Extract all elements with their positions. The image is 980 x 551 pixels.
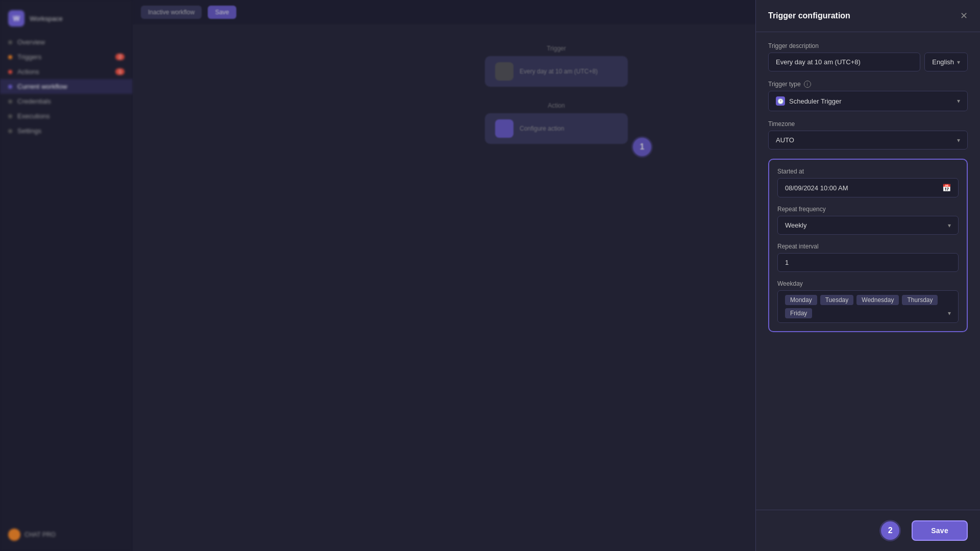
sidebar-title: Workspace bbox=[30, 15, 63, 22]
description-row: Every day at 10 am (UTC+8) English ▾ bbox=[768, 53, 968, 71]
day-tag-thursday[interactable]: Thursday bbox=[902, 295, 938, 305]
repeat-interval-label: Repeat interval bbox=[777, 243, 959, 250]
started-at-label: Started at bbox=[777, 168, 959, 175]
started-at-input[interactable]: 08/09/2024 10:00 AM 📅 bbox=[777, 178, 959, 197]
sidebar-item-workflow[interactable]: Current workflow bbox=[0, 79, 133, 94]
weekday-field: Weekday Monday Tuesday Wednesday Thursda… bbox=[777, 280, 959, 323]
weekday-select[interactable]: Monday Tuesday Wednesday Thursday Friday… bbox=[777, 290, 959, 323]
panel-body: Trigger description Every day at 10 am (… bbox=[756, 32, 980, 510]
scheduler-config-section: Started at 08/09/2024 10:00 AM 📅 Repeat … bbox=[768, 159, 968, 332]
trigger-type-select[interactable]: 🕐 Scheduler Trigger ▾ bbox=[768, 91, 968, 111]
node-card-trigger[interactable]: Every day at 10 am (UTC+8) bbox=[485, 56, 628, 87]
chevron-down-icon: ▾ bbox=[957, 137, 960, 144]
repeat-frequency-select[interactable]: Weekly ▾ bbox=[777, 216, 959, 235]
dot-icon bbox=[8, 40, 12, 44]
node-label-action: Action bbox=[548, 102, 565, 109]
dot-icon bbox=[8, 55, 12, 59]
sidebar-item-credentials[interactable]: Credentials bbox=[0, 94, 133, 109]
repeat-interval-value[interactable] bbox=[785, 259, 951, 266]
day-tag-tuesday[interactable]: Tuesday bbox=[820, 295, 854, 305]
badge: 1 bbox=[115, 68, 125, 75]
select-left: 🕐 Scheduler Trigger bbox=[776, 96, 842, 106]
day-tag-monday[interactable]: Monday bbox=[785, 295, 817, 305]
trigger-panel: Trigger configuration ✕ Trigger descript… bbox=[755, 0, 980, 551]
chevron-down-icon: ▾ bbox=[957, 59, 960, 66]
save-workflow-button[interactable]: Save bbox=[208, 6, 236, 19]
save-button[interactable]: Save bbox=[912, 520, 968, 541]
sidebar: W Workspace Overview Triggers 2 Actions … bbox=[0, 0, 133, 551]
node-card-action[interactable]: Configure action bbox=[485, 113, 628, 144]
trigger-description-label: Trigger description bbox=[768, 42, 968, 49]
trigger-description-input[interactable]: Every day at 10 am (UTC+8) bbox=[768, 53, 920, 71]
bot-icon bbox=[8, 529, 20, 541]
scheduler-icon: 🕐 bbox=[776, 96, 785, 106]
trigger-type-field: Trigger type i 🕐 Scheduler Trigger ▾ bbox=[768, 81, 968, 111]
timezone-field: Timezone AUTO ▾ bbox=[768, 120, 968, 149]
sidebar-item-settings[interactable]: Settings bbox=[0, 123, 133, 138]
day-tag-wednesday[interactable]: Wednesday bbox=[856, 295, 899, 305]
panel-header: Trigger configuration ✕ bbox=[756, 0, 980, 32]
dot-icon bbox=[8, 129, 12, 133]
sidebar-item-executions[interactable]: Executions bbox=[0, 109, 133, 123]
language-select[interactable]: English ▾ bbox=[924, 53, 968, 71]
panel-title: Trigger configuration bbox=[768, 11, 850, 20]
sidebar-item-triggers[interactable]: Triggers 2 bbox=[0, 49, 133, 64]
repeat-interval-input[interactable] bbox=[777, 253, 959, 272]
badge: 2 bbox=[115, 54, 125, 60]
node-label-trigger: Trigger bbox=[547, 45, 566, 52]
panel-footer: 2 Save bbox=[756, 510, 980, 551]
trigger-type-label: Trigger type i bbox=[768, 81, 968, 88]
chevron-down-icon: ▾ bbox=[948, 310, 951, 317]
sidebar-item-overview[interactable]: Overview bbox=[0, 35, 133, 49]
dot-icon bbox=[8, 99, 12, 104]
step-2-indicator: 2 bbox=[881, 521, 899, 540]
started-at-field: Started at 08/09/2024 10:00 AM 📅 bbox=[777, 168, 959, 197]
sidebar-header: W Workspace bbox=[0, 6, 133, 31]
repeat-frequency-label: Repeat frequency bbox=[777, 206, 959, 213]
node-text-trigger: Every day at 10 am (UTC+8) bbox=[520, 68, 598, 75]
dot-icon bbox=[8, 70, 12, 74]
chevron-down-icon: ▾ bbox=[948, 222, 951, 229]
info-icon: i bbox=[804, 81, 811, 88]
sidebar-logo: W bbox=[8, 10, 24, 27]
node-icon-action bbox=[495, 119, 513, 138]
inactive-workflow-button[interactable]: Inactive workflow bbox=[141, 6, 202, 19]
node-text-action: Configure action bbox=[520, 125, 564, 132]
timezone-select[interactable]: AUTO ▾ bbox=[768, 131, 968, 149]
timezone-label: Timezone bbox=[768, 120, 968, 128]
node-icon-trigger bbox=[495, 62, 513, 81]
dot-icon bbox=[8, 114, 12, 118]
dot-icon bbox=[8, 85, 12, 89]
sidebar-item-actions[interactable]: Actions 1 bbox=[0, 64, 133, 79]
calendar-icon: 📅 bbox=[942, 184, 951, 192]
close-button[interactable]: ✕ bbox=[960, 10, 968, 21]
trigger-description-field: Trigger description Every day at 10 am (… bbox=[768, 42, 968, 71]
sidebar-bot: CHAT PRO bbox=[0, 524, 133, 545]
weekday-label: Weekday bbox=[777, 280, 959, 287]
day-tag-friday[interactable]: Friday bbox=[785, 308, 812, 318]
repeat-frequency-field: Repeat frequency Weekly ▾ bbox=[777, 206, 959, 235]
step-1-indicator: 1 bbox=[633, 138, 651, 156]
chevron-down-icon: ▾ bbox=[957, 97, 960, 105]
repeat-interval-field: Repeat interval bbox=[777, 243, 959, 272]
